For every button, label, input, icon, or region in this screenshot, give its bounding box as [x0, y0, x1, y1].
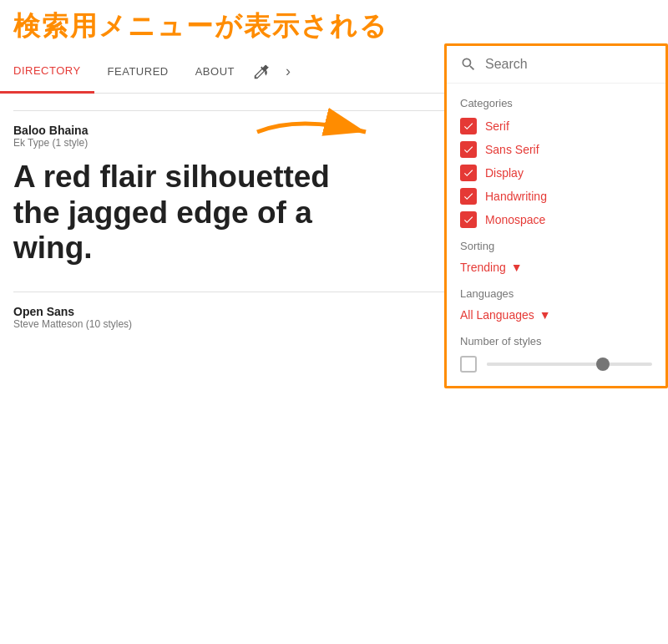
nav-items: DIRECTORY FEATURED ABOUT ›	[0, 50, 444, 94]
checkbox-display	[460, 165, 477, 181]
styles-checkbox[interactable]	[460, 356, 477, 373]
label-handwriting: Handwriting	[485, 190, 547, 203]
sorting-value: Trending	[460, 261, 506, 274]
search-input[interactable]	[485, 57, 652, 72]
top-annotation: 検索用メニューが表示される	[0, 0, 668, 50]
search-input-row[interactable]	[447, 46, 665, 84]
styles-row	[460, 356, 652, 373]
styles-slider[interactable]	[487, 363, 652, 366]
sorting-dropdown[interactable]: Trending ▼	[460, 261, 652, 274]
label-serif: Serif	[485, 119, 509, 133]
font-author-1: Ek Type (1 style)	[13, 137, 88, 149]
nav-chevron[interactable]: ›	[275, 58, 301, 85]
label-display: Display	[485, 166, 524, 180]
label-sans-serif: Sans Serif	[485, 143, 539, 156]
languages-title: Languages	[460, 287, 652, 300]
nav-item-directory[interactable]: DIRECTORY	[0, 50, 94, 94]
styles-section: Number of styles	[460, 335, 652, 373]
sorting-section: Sorting Trending ▼	[460, 240, 652, 274]
font-info-1: Baloo Bhaina Ek Type (1 style)	[13, 124, 88, 149]
checkbox-serif	[460, 118, 477, 134]
page-layout: 検索用メニューが表示される DIRECTORY FEATURED ABOUT ›…	[0, 0, 668, 644]
font-name-1: Baloo Bhaina	[13, 124, 88, 137]
categories-title: Categories	[460, 97, 652, 109]
nav-item-featured[interactable]: FEATURED	[94, 50, 182, 94]
checkbox-monospace	[460, 211, 477, 228]
paint-bucket-icon[interactable]	[248, 58, 275, 85]
category-monospace[interactable]: Monospace	[460, 211, 652, 228]
category-display[interactable]: Display	[460, 165, 652, 181]
checkbox-sans-serif	[460, 141, 477, 158]
languages-section: Languages All Languages ▼	[460, 287, 652, 322]
search-panel-icon	[460, 56, 477, 73]
languages-dropdown[interactable]: All Languages ▼	[460, 308, 652, 322]
languages-value: All Languages	[460, 308, 534, 322]
label-monospace: Monospace	[485, 213, 545, 226]
font-name-2: Open Sans	[13, 305, 132, 318]
search-panel-body: Categories Serif Sans Serif Display	[447, 84, 665, 386]
category-serif[interactable]: Serif	[460, 118, 652, 134]
annotation-text: 検索用メニューが表示される	[13, 11, 388, 41]
font-preview-1: A red flair silhouetted the jagged edge …	[13, 160, 372, 266]
font-info-2: Open Sans Steve Matteson (10 styles)	[13, 305, 132, 330]
checkbox-handwriting	[460, 188, 477, 205]
search-panel: Categories Serif Sans Serif Display	[444, 43, 668, 388]
languages-arrow: ▼	[539, 308, 551, 322]
sorting-title: Sorting	[460, 240, 652, 252]
category-handwriting[interactable]: Handwriting	[460, 188, 652, 205]
nav-item-about[interactable]: ABOUT	[182, 50, 248, 94]
sorting-arrow: ▼	[511, 261, 523, 274]
styles-title: Number of styles	[460, 335, 652, 347]
font-author-2: Steve Matteson (10 styles)	[13, 318, 132, 330]
category-sans-serif[interactable]: Sans Serif	[460, 141, 652, 158]
